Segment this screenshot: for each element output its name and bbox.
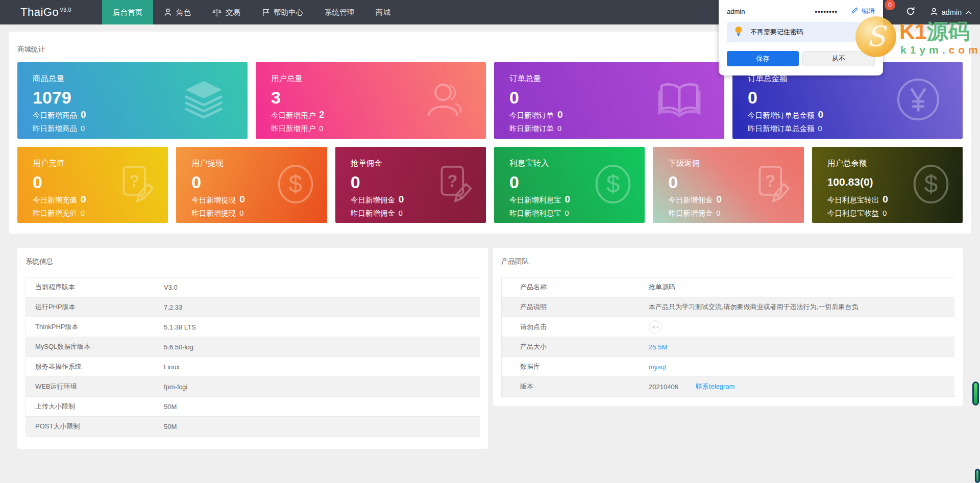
menu-item-dashboard[interactable]: 后台首页 bbox=[102, 0, 153, 24]
credentials-row: admin •••••••• 编辑 bbox=[719, 0, 883, 16]
svg-text:$: $ bbox=[924, 170, 938, 197]
username-label: admin bbox=[942, 8, 962, 16]
scales-icon bbox=[212, 8, 222, 16]
menu-item-help-center[interactable]: 帮助中心 bbox=[251, 0, 314, 24]
doc-question-pencil-icon: ? bbox=[754, 164, 793, 207]
main-menu: 后台首页 角色 交易 帮 bbox=[102, 0, 401, 24]
stat-card-users: 用户总量 3 今日新增用户2 昨日新增用户0 bbox=[256, 62, 486, 139]
stat-line-yesterday: 昨日新增提现0 bbox=[191, 209, 327, 218]
table-row: 请勿点击 404 bbox=[502, 317, 954, 337]
users-icon bbox=[420, 79, 464, 122]
version-value: 20210406 bbox=[649, 383, 678, 391]
stat-line-yesterday: 昨日新增佣金0 bbox=[351, 209, 486, 218]
table-row: 产品说明本产品只为学习测试交流,请勿要做商业或者用于违法行为,一切后果自负 bbox=[502, 297, 954, 317]
stat-card-orders: 订单总量 0 今日新增订单0 昨日新增订单0 bbox=[494, 62, 724, 139]
save-button[interactable]: 保存 bbox=[727, 51, 799, 66]
table-row: 产品大小25.5M bbox=[502, 337, 954, 357]
refresh-icon[interactable] bbox=[905, 6, 916, 18]
scrollbar-thumb[interactable] bbox=[972, 382, 979, 405]
yen-circle-icon bbox=[895, 77, 941, 124]
dollar-circle-icon: $ bbox=[593, 163, 633, 208]
menu-item-shop[interactable]: 商城 bbox=[365, 0, 401, 24]
stat-line-yesterday: 昨日新增订单总金额0 bbox=[748, 124, 963, 134]
table-row: WEB运行环境fpm-fcgi bbox=[26, 377, 480, 397]
stat-card-interest-in: 利息宝转入 0 今日新增利息宝0 昨日新增利息宝0 $ bbox=[494, 147, 645, 223]
stat-line-yesterday: 昨日新增订单0 bbox=[509, 124, 724, 134]
product-size-link[interactable]: 25.5M bbox=[649, 343, 667, 351]
user-menu[interactable]: admin bbox=[930, 8, 972, 17]
scrollbar-thumb[interactable] bbox=[975, 469, 980, 483]
product-team-panel: 产品团队 产品名称抢单源码 产品说明本产品只为学习测试交流,请勿要做商业或者用于… bbox=[493, 248, 963, 406]
stat-line-yesterday: 昨日新增佣金0 bbox=[668, 209, 803, 218]
password-hint-banner: 不再需要记住密码 bbox=[727, 22, 875, 42]
table-row: 数据库mysql bbox=[502, 357, 954, 377]
edit-password-link[interactable]: 编辑 bbox=[851, 7, 875, 16]
menu-item-system[interactable]: 系统管理 bbox=[314, 0, 365, 24]
pencil-icon bbox=[851, 7, 859, 16]
svg-text:?: ? bbox=[130, 171, 140, 190]
stat-line-yesterday: 昨日新增利息宝0 bbox=[509, 209, 645, 218]
svg-text:?: ? bbox=[765, 171, 775, 190]
dollar-circle-icon: $ bbox=[275, 163, 316, 208]
stat-card-products: 商品总量 1079 今日新增商品0 昨日新增商品0 bbox=[17, 62, 248, 139]
saved-password-mask: •••••••• bbox=[815, 8, 838, 15]
svg-text:$: $ bbox=[288, 170, 302, 197]
save-password-dialog: admin •••••••• 编辑 不再需要记住密码 保存 从不 bbox=[719, 0, 883, 75]
flag-icon bbox=[262, 8, 270, 16]
table-row: 上传大小限制50M bbox=[26, 397, 480, 417]
logo-version: V3.0 bbox=[60, 7, 71, 13]
database-link[interactable]: mysql bbox=[649, 363, 666, 371]
doc-question-pencil-icon: ? bbox=[436, 164, 475, 207]
saved-username: admin bbox=[727, 8, 745, 15]
hint-text: 不再需要记住密码 bbox=[750, 28, 803, 37]
user-icon bbox=[930, 8, 938, 17]
table-row: 版本 20210406 联系telegram bbox=[502, 377, 954, 397]
logo-text: ThaiGo bbox=[20, 6, 59, 18]
product-team-table: 产品名称抢单源码 产品说明本产品只为学习测试交流,请勿要做商业或者用于违法行为,… bbox=[501, 277, 954, 397]
dialog-buttons: 保存 从不 bbox=[727, 51, 875, 66]
dollar-circle-icon: $ bbox=[911, 163, 951, 208]
menu-item-roles[interactable]: 角色 bbox=[153, 0, 202, 24]
never-button[interactable]: 从不 bbox=[802, 51, 875, 66]
stat-line-yesterday: 今日利息宝收益0 bbox=[827, 209, 963, 218]
table-row: ThinkPHP版本5.1.38 LTS bbox=[26, 317, 480, 337]
system-info-panel: 系统信息 当前程序版本V3.0 运行PHP版本7.2.33 ThinkPHP版本… bbox=[17, 248, 488, 449]
section-title-system-info: 系统信息 bbox=[17, 248, 488, 266]
book-icon bbox=[656, 80, 703, 121]
stat-card-total-balance: 用户总余额 100.83(0) 今日利息宝转出0 今日利息宝收益0 $ bbox=[812, 147, 963, 223]
stat-line-yesterday: 昨日新增充值0 bbox=[33, 209, 168, 218]
section-title-product-team: 产品团队 bbox=[493, 248, 963, 266]
navbar-right: admin bbox=[905, 0, 972, 24]
table-row: 运行PHP版本7.2.33 bbox=[26, 297, 480, 317]
notification-badge[interactable]: 0 bbox=[885, 0, 895, 10]
stat-line-yesterday: 昨日新增用户0 bbox=[271, 124, 486, 134]
telegram-contact-link[interactable]: 联系telegram bbox=[696, 382, 735, 391]
table-row: POST大小限制50M bbox=[26, 417, 480, 437]
table-row: 当前程序版本V3.0 bbox=[26, 277, 480, 297]
doc-question-pencil-icon: ? bbox=[118, 164, 157, 207]
chevron-up-icon bbox=[965, 8, 972, 16]
layers-icon bbox=[181, 79, 226, 122]
menu-item-trade[interactable]: 交易 bbox=[202, 0, 251, 24]
stat-card-recharge: 用户充值 0 今日新增充值0 昨日新增充值0 ? bbox=[17, 147, 168, 223]
stat-card-withdraw: 用户提现 0 今日新增提现0 昨日新增提现0 $ bbox=[176, 147, 327, 223]
svg-text:$: $ bbox=[606, 170, 620, 197]
app-logo: ThaiGoV3.0 bbox=[20, 6, 97, 19]
user-icon bbox=[164, 8, 172, 16]
lightbulb-icon bbox=[734, 26, 743, 39]
stat-card-referral-commission: 下级返佣 0 今日新增佣金0 昨日新增佣金0 ? bbox=[653, 147, 803, 223]
table-row: 产品名称抢单源码 bbox=[502, 277, 954, 297]
stat-line-yesterday: 昨日新增商品0 bbox=[33, 124, 248, 134]
system-info-table: 当前程序版本V3.0 运行PHP版本7.2.33 ThinkPHP版本5.1.3… bbox=[26, 277, 480, 437]
stat-card-order-commission: 抢单佣金 0 今日新增佣金0 昨日新增佣金0 ? bbox=[335, 147, 486, 223]
table-row: 服务器操作系统Linux bbox=[26, 357, 480, 377]
table-row: MySQL数据库版本5.6.50-log bbox=[26, 337, 480, 357]
badge-404[interactable]: 404 bbox=[649, 320, 662, 334]
svg-text:?: ? bbox=[447, 171, 457, 190]
stat-cards-row-2: 用户充值 0 今日新增充值0 昨日新增充值0 ? 用户提现 0 今日新增提现0 … bbox=[17, 147, 963, 223]
